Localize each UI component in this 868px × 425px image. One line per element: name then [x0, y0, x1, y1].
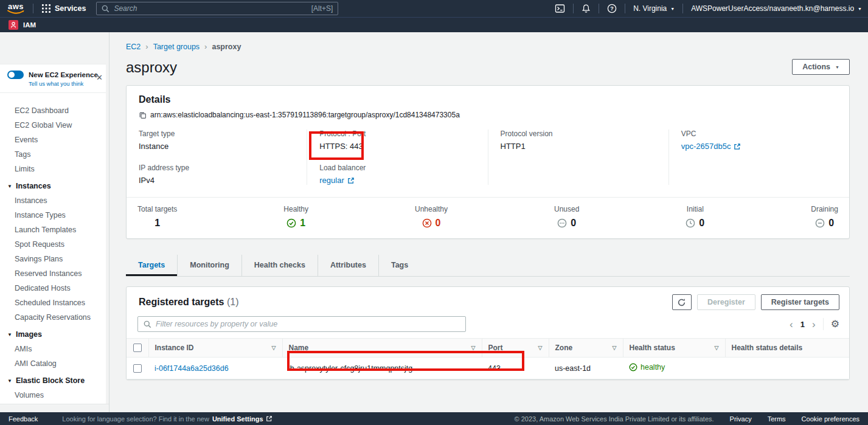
- search-input[interactable]: [114, 4, 307, 13]
- filter-field[interactable]: [137, 316, 466, 332]
- refresh-icon: [677, 298, 686, 307]
- field-label: Protocol : Port: [319, 130, 475, 138]
- tell-us-link[interactable]: Tell us what you think: [29, 80, 103, 87]
- registered-targets-heading: Registered targets: [139, 297, 224, 307]
- account-menu[interactable]: AWSPowerUserAccess/navaneeth.kn@harness.…: [691, 4, 862, 13]
- sidebar-horizontal-scrollbar[interactable]: [0, 404, 109, 412]
- divider: [599, 4, 599, 13]
- pagination: ‹ 1 › ⚙: [790, 318, 839, 330]
- instance-id-link[interactable]: i-06f1744a6a25d36d6: [155, 364, 229, 373]
- previous-page-icon[interactable]: ‹: [790, 319, 793, 330]
- feedback-link[interactable]: Feedback: [9, 415, 38, 423]
- global-search[interactable]: [Alt+S]: [96, 2, 338, 15]
- notifications-bell-icon[interactable]: [582, 4, 591, 13]
- protocol-version-value: HTTP1: [501, 142, 656, 151]
- sidebar-item-limits[interactable]: Limits: [0, 162, 109, 176]
- tab-attributes[interactable]: Attributes: [318, 255, 378, 276]
- table-header-row: Instance ID▽ Name▽ Port▽ Zone▽ Health st…: [127, 339, 849, 358]
- column-health-status-details: Health status details: [732, 344, 803, 352]
- tab-health-checks[interactable]: Health checks: [241, 255, 318, 276]
- load-balancer-link[interactable]: regular: [319, 176, 354, 185]
- cloudshell-icon[interactable]: [555, 4, 565, 13]
- main-content: EC2 › Target groups › asproxy asproxy Ac…: [109, 32, 868, 412]
- external-link-icon: [266, 415, 273, 422]
- external-link-icon: [347, 177, 355, 184]
- next-page-icon[interactable]: ›: [812, 319, 816, 330]
- search-icon: [102, 5, 109, 13]
- vpc-id: vpc-2657db5c: [681, 142, 731, 151]
- page-number[interactable]: 1: [800, 320, 805, 329]
- target-zone-cell: us-east-1d: [549, 358, 623, 379]
- section-title: Images: [16, 330, 42, 339]
- deregister-button[interactable]: Deregister: [697, 294, 755, 310]
- breadcrumb-target-groups[interactable]: Target groups: [153, 43, 200, 51]
- sidebar-section-instances[interactable]: ▼ Instances: [0, 176, 109, 193]
- cookie-preferences-link[interactable]: Cookie preferences: [802, 415, 859, 423]
- refresh-button[interactable]: [672, 294, 692, 310]
- sidebar-item-launch-templates[interactable]: Launch Templates: [0, 223, 109, 237]
- column-filter-icon[interactable]: ▽: [538, 345, 543, 351]
- sidebar-item-spot-requests[interactable]: Spot Requests: [0, 237, 109, 252]
- sidebar-section-images[interactable]: ▼ Images: [0, 325, 109, 342]
- x-circle-icon: [422, 218, 432, 228]
- register-targets-button[interactable]: Register targets: [761, 294, 839, 310]
- details-column: Protocol : Port HTTPS: 443 Load balancer…: [307, 130, 487, 185]
- search-shortcut: [Alt+S]: [311, 4, 333, 13]
- filter-input[interactable]: [156, 320, 460, 328]
- aws-logo[interactable]: aws: [7, 3, 24, 15]
- sidebar-item-ec2-dashboard[interactable]: EC2 Dashboard: [0, 103, 109, 118]
- help-icon[interactable]: ?: [607, 4, 617, 13]
- select-all-checkbox[interactable]: [133, 344, 142, 352]
- iam-service-icon: [9, 20, 18, 30]
- column-filter-icon[interactable]: ▽: [613, 345, 617, 351]
- copyright-text: © 2023, Amazon Web Services India Privat…: [515, 415, 714, 423]
- sidebar-item-tags[interactable]: Tags: [0, 147, 109, 162]
- sidebar-item-volumes[interactable]: Volumes: [0, 388, 109, 403]
- sidebar-item-ami-catalog[interactable]: AMI Catalog: [0, 356, 109, 371]
- sidebar-item-events[interactable]: Events: [0, 133, 109, 147]
- sidebar-item-instance-types[interactable]: Instance Types: [0, 208, 109, 223]
- breadcrumb-ec2[interactable]: EC2: [126, 43, 141, 51]
- actions-button[interactable]: Actions ▼: [792, 59, 850, 75]
- sidebar-item-dedicated-hosts[interactable]: Dedicated Hosts: [0, 281, 109, 295]
- top-navigation: aws Services [Alt+S] ?: [0, 0, 868, 32]
- sidebar-item-savings-plans[interactable]: Savings Plans: [0, 252, 109, 266]
- region-selector[interactable]: N. Virginia ▼: [633, 4, 675, 13]
- row-checkbox[interactable]: [133, 364, 142, 373]
- sidebar-scrollbar[interactable]: [106, 64, 109, 404]
- new-experience-toggle[interactable]: [7, 71, 24, 79]
- unified-settings-link[interactable]: Unified Settings: [212, 415, 273, 423]
- close-icon[interactable]: ✕: [96, 73, 103, 82]
- tab-monitoring[interactable]: Monitoring: [177, 255, 241, 276]
- field-label: Load balancer: [319, 164, 475, 172]
- column-filter-icon[interactable]: ▽: [471, 345, 476, 351]
- sidebar-item-capacity-reservations[interactable]: Capacity Reservations: [0, 310, 109, 325]
- privacy-link[interactable]: Privacy: [730, 415, 752, 423]
- vpc-link[interactable]: vpc-2657db5c: [681, 142, 741, 151]
- details-column: Target type Instance IP address type IPv…: [127, 130, 307, 185]
- tab-tags[interactable]: Tags: [378, 255, 420, 276]
- sidebar-item-ec2-global-view[interactable]: EC2 Global View: [0, 118, 109, 133]
- sidebar-item-amis[interactable]: AMIs: [0, 342, 109, 356]
- favorite-iam-shortcut[interactable]: IAM: [9, 20, 36, 30]
- services-menu-button[interactable]: Services: [42, 4, 86, 13]
- copy-icon[interactable]: [139, 111, 147, 119]
- minus-circle-icon: [815, 218, 825, 228]
- chevron-down-icon: ▼: [858, 7, 862, 11]
- stat-label: Unhealthy: [415, 205, 448, 213]
- sidebar-item-scheduled-instances[interactable]: Scheduled Instances: [0, 295, 109, 310]
- sidebar-item-instances[interactable]: Instances: [0, 193, 109, 208]
- initial-count: 0: [699, 218, 704, 229]
- column-filter-icon[interactable]: ▽: [715, 345, 719, 351]
- column-port: Port: [488, 344, 503, 352]
- settings-gear-icon[interactable]: ⚙: [831, 319, 839, 329]
- column-filter-icon[interactable]: ▽: [272, 345, 276, 351]
- sidebar-item-reserved-instances[interactable]: Reserved Instances: [0, 266, 109, 281]
- terms-link[interactable]: Terms: [768, 415, 786, 423]
- tab-targets[interactable]: Targets: [126, 255, 177, 276]
- triangle-down-icon: ▼: [7, 332, 12, 337]
- clock-circle-icon: [686, 218, 695, 228]
- toggle-knob: [9, 72, 15, 78]
- health-status-details-cell: [725, 358, 849, 379]
- sidebar-section-ebs[interactable]: ▼ Elastic Block Store: [0, 371, 109, 388]
